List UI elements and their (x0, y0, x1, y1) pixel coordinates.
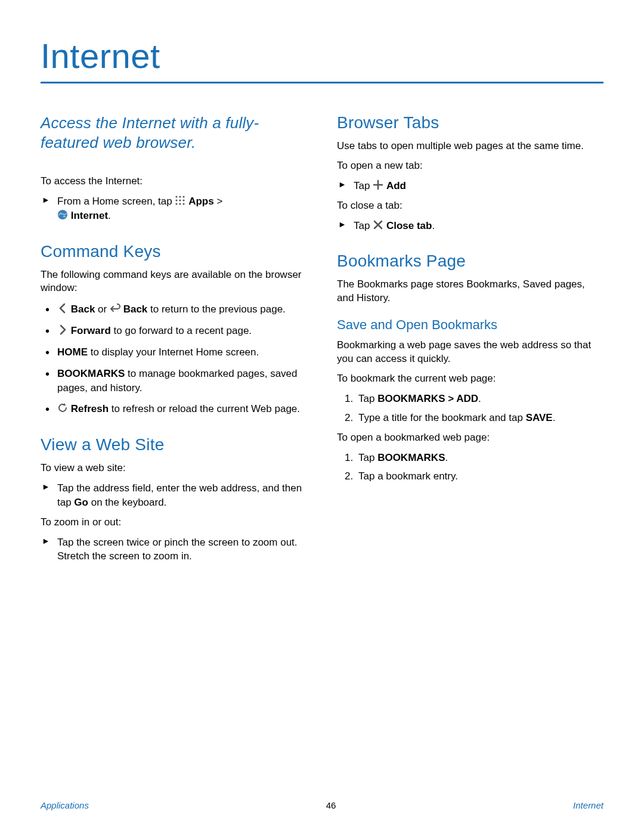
list-item: HOME to display your Internet Home scree… (57, 345, 307, 360)
svg-point-6 (176, 203, 178, 205)
command-keys-intro: The following command keys are available… (41, 268, 307, 296)
close-icon (373, 219, 383, 230)
refresh-label: Refresh (71, 403, 109, 414)
save-open-heading: Save and Open Bookmarks (337, 317, 603, 333)
access-label: To access the Internet: (41, 175, 307, 188)
command-keys-list: Back or Back to return to the previous p… (41, 302, 307, 416)
browser-tabs-heading: Browser Tabs (337, 113, 603, 132)
s1b: . (478, 393, 481, 404)
apps-icon (175, 195, 185, 206)
open-tab-label: To open a new tab: (337, 159, 603, 173)
refresh-icon (57, 402, 68, 413)
open-tab-steps: Tap Add (337, 179, 603, 193)
s2b: . (553, 412, 556, 423)
s1bold: BOOKMARKS > ADD (377, 393, 478, 404)
list-item: Refresh to refresh or reload the current… (57, 402, 307, 416)
footer-left: Applications (41, 800, 89, 810)
list-item: Back or Back to return to the previous p… (57, 302, 307, 317)
bookmarks-page-heading: Bookmarks Page (337, 252, 603, 271)
s2bold: SAVE (526, 412, 553, 423)
refresh-rest: to refresh or reload the current Web pag… (109, 403, 300, 414)
list-item: Tap BOOKMARKS. (356, 451, 603, 465)
o1b: . (445, 452, 448, 463)
tap-text: Tap (354, 180, 373, 191)
back-label-2: Back (123, 304, 148, 315)
forward-rest: to go forward to a recent page. (111, 325, 252, 336)
command-keys-heading: Command Keys (41, 242, 307, 261)
list-item: Forward to go forward to a recent page. (57, 324, 307, 338)
intro-text: Access the Internet with a fully-feature… (41, 113, 307, 152)
s2a: Type a title for the bookmark and tap (358, 412, 526, 423)
period: . (108, 210, 111, 221)
list-item: Tap BOOKMARKS > ADD. (356, 392, 603, 406)
svg-point-1 (179, 196, 181, 197)
page-title: Internet (41, 36, 603, 76)
list-item: Tap Add (354, 179, 603, 193)
access-prefix: From a Home screen, tap (57, 196, 175, 207)
access-steps: From a Home screen, tap Apps > Internet. (41, 194, 307, 223)
right-column: Browser Tabs Use tabs to open multiple w… (337, 113, 603, 569)
svg-point-10 (60, 212, 62, 214)
close-tab-bold: Close tab (386, 220, 432, 231)
back-rest: to return to the previous page. (147, 304, 286, 315)
left-column: Access the Internet with a fully-feature… (41, 113, 307, 569)
close-tab-label: To close a tab: (337, 199, 603, 213)
list-item: BOOKMARKS to manage bookmarked pages, sa… (57, 367, 307, 395)
title-rule (41, 82, 603, 83)
svg-point-5 (183, 199, 185, 201)
chevron-left-icon (57, 303, 68, 314)
list-item: Tap a bookmark entry. (356, 469, 603, 484)
to-bookmark-label: To bookmark the current web page: (337, 372, 603, 386)
back-label-1: Back (71, 304, 95, 315)
sep: > (214, 196, 223, 207)
list-item: Tap the address field, enter the web add… (57, 481, 307, 510)
page: Internet Access the Internet with a full… (0, 0, 644, 617)
svg-point-4 (179, 199, 181, 201)
access-step: From a Home screen, tap Apps > Internet. (57, 194, 307, 223)
add-label: Add (386, 180, 406, 191)
go-label: Go (74, 497, 88, 508)
list-item: Type a title for the bookmark and tap SA… (356, 411, 603, 425)
back-arrow-icon (110, 303, 120, 314)
tap-text-2: Tap (354, 220, 373, 231)
home-label: HOME (57, 346, 88, 358)
svg-point-0 (176, 196, 178, 197)
home-rest: to display your Internet Home screen. (88, 346, 259, 358)
view-steps-1: Tap the address field, enter the web add… (41, 481, 307, 510)
list-item: Tap Close tab. (354, 219, 603, 233)
open-bookmark-steps: Tap BOOKMARKS. Tap a bookmark entry. (337, 451, 603, 484)
s1a: Tap (358, 393, 377, 404)
save-open-intro: Bookmarking a web page saves the web add… (337, 339, 603, 366)
globe-icon (57, 209, 68, 220)
view-steps-2: Tap the screen twice or pinch the screen… (41, 535, 307, 564)
to-zoom-label: To zoom in or out: (41, 516, 307, 529)
svg-point-7 (179, 203, 181, 205)
content-columns: Access the Internet with a fully-feature… (41, 113, 603, 569)
or-text: or (95, 304, 110, 315)
chevron-right-icon (57, 324, 68, 335)
list-item: Tap the screen twice or pinch the screen… (57, 535, 307, 564)
footer-page-number: 46 (326, 800, 336, 810)
plus-icon (373, 179, 383, 190)
bookmark-steps: Tap BOOKMARKS > ADD. Type a title for th… (337, 392, 603, 425)
svg-point-2 (183, 196, 185, 197)
close-tab-steps: Tap Close tab. (337, 219, 603, 233)
bookmarks-label: BOOKMARKS (57, 368, 125, 379)
apps-label: Apps (188, 196, 214, 207)
footer-right: Internet (573, 800, 603, 810)
svg-point-8 (183, 203, 185, 205)
close-period: . (432, 220, 435, 231)
internet-label: Internet (71, 210, 108, 221)
bookmarks-intro: The Bookmarks page stores Bookmarks, Sav… (337, 278, 603, 305)
o1a: Tap (358, 452, 377, 463)
svg-point-11 (63, 215, 66, 218)
view-site-heading: View a Web Site (41, 435, 307, 454)
forward-label: Forward (71, 325, 111, 336)
page-footer: Applications 46 Internet (41, 800, 603, 810)
o1bold: BOOKMARKS (377, 452, 445, 463)
to-open-label: To open a bookmarked web page: (337, 431, 603, 445)
view-step1b: on the keyboard. (88, 497, 166, 508)
svg-point-3 (176, 199, 178, 201)
tabs-intro: Use tabs to open multiple web pages at t… (337, 140, 603, 153)
to-view-label: To view a web site: (41, 462, 307, 475)
